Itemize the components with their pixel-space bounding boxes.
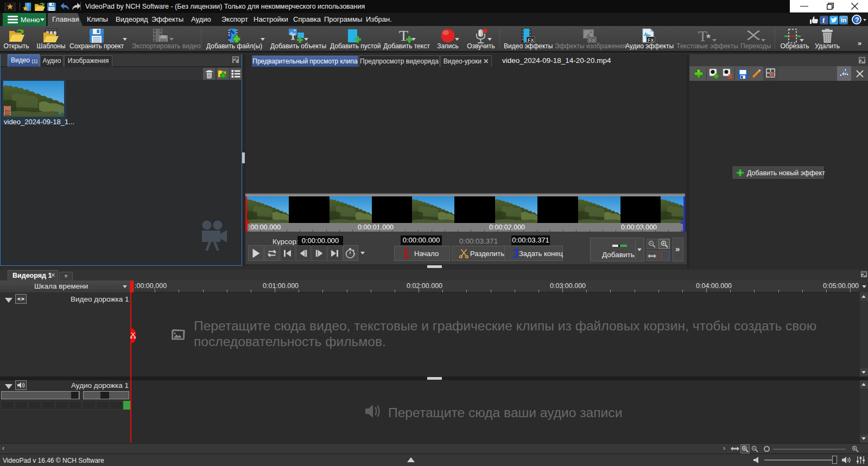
svg-text:T: T [291,33,296,41]
svg-text:FX: FX [528,37,534,43]
svg-text:FX: FX [589,37,595,43]
svg-text:FX: FX [648,37,654,43]
svg-text:T: T [399,28,408,44]
